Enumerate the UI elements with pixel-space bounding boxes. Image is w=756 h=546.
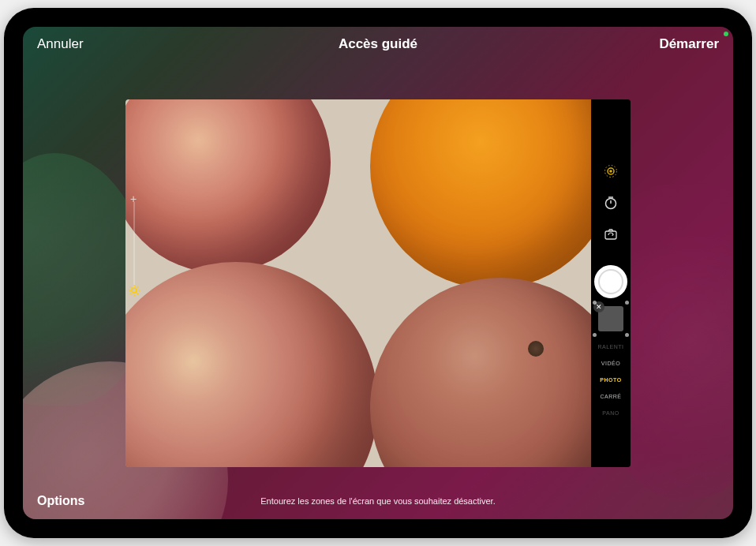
live-photo-icon[interactable] (602, 163, 619, 180)
exposure-slider[interactable] (133, 202, 135, 289)
mode-slowmo[interactable]: RALENTI (597, 344, 623, 350)
mode-photo[interactable]: PHOTO (600, 377, 621, 383)
mode-square[interactable]: CARRÉ (600, 394, 621, 399)
svg-line-7 (130, 294, 132, 295)
guided-access-header: Annuler Accès guidé Démarrer (23, 27, 733, 62)
timer-icon[interactable] (602, 194, 619, 211)
instruction-text: Entourez les zones de l'écran que vous s… (260, 496, 495, 506)
camera-viewfinder: + (125, 99, 591, 467)
page-title: Accès guidé (339, 36, 417, 52)
camera-privacy-indicator (724, 32, 728, 36)
svg-line-8 (137, 286, 139, 288)
last-photo-thumbnail[interactable]: ✕ (598, 306, 623, 331)
camera-app-preview[interactable]: + ✕ (125, 99, 631, 467)
svg-point-11 (609, 170, 612, 173)
mode-video[interactable]: VIDÉO (601, 361, 620, 366)
cancel-button[interactable]: Annuler (37, 36, 84, 52)
guided-access-footer: Options Entourez les zones de l'écran qu… (23, 483, 733, 519)
ipad-device-frame: Annuler Accès guidé Démarrer + (4, 8, 752, 538)
screen: Annuler Accès guidé Démarrer + (23, 27, 733, 519)
close-icon[interactable]: ✕ (593, 301, 604, 312)
viewfinder-image (125, 99, 591, 467)
camera-controls-sidebar: ✕ RALENTI VIDÉO PHOTO CARRÉ PANO (591, 99, 631, 467)
svg-line-6 (137, 294, 139, 295)
options-button[interactable]: Options (37, 494, 84, 508)
svg-point-0 (132, 288, 137, 293)
sun-icon (129, 285, 140, 296)
start-button[interactable]: Démarrer (659, 36, 719, 52)
shutter-button[interactable] (594, 265, 627, 298)
camera-mode-selector[interactable]: RALENTI VIDÉO PHOTO CARRÉ PANO (597, 344, 623, 416)
flip-camera-icon[interactable] (602, 226, 619, 243)
svg-line-5 (130, 286, 132, 288)
mode-pano[interactable]: PANO (602, 410, 619, 416)
